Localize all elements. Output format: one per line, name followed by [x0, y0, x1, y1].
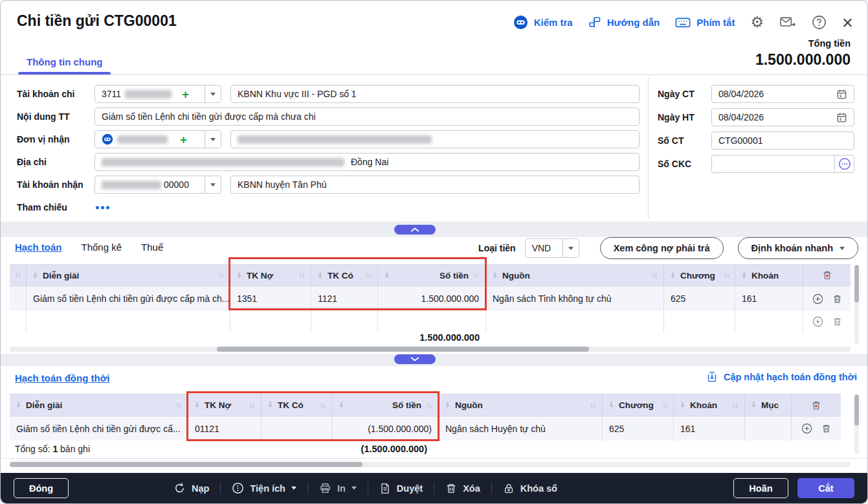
close-icon[interactable]: × — [842, 16, 853, 29]
scrollbar-thumb[interactable] — [854, 395, 859, 426]
simultaneous-row-1[interactable]: Giảm số tiền Lệnh chi tiền gửi được cấ..… — [10, 417, 841, 441]
pin-icon[interactable] — [267, 402, 274, 409]
close-button[interactable]: Đóng — [14, 478, 69, 498]
sort-icon[interactable] — [217, 271, 225, 279]
cell-tk-co[interactable] — [262, 417, 333, 441]
sort-icon[interactable] — [298, 271, 306, 279]
header-chuong[interactable]: Chương — [603, 395, 674, 416]
check-button[interactable]: Kiểm tra — [513, 15, 573, 30]
tham-chieu-ellipsis-button[interactable] — [96, 206, 109, 209]
sort-icon[interactable] — [731, 402, 739, 409]
lock-button[interactable]: Khóa sổ — [503, 483, 557, 494]
ngay-ct-field[interactable]: 08/04/2026 — [711, 85, 854, 103]
tai-khoan-chi-code-field[interactable]: 3711 + — [95, 85, 221, 103]
tab-thong-tin-chung[interactable]: Thông tin chung — [27, 56, 102, 67]
pin-icon[interactable] — [740, 272, 748, 279]
horizontal-scrollbar[interactable] — [10, 347, 851, 352]
pin-icon[interactable] — [491, 272, 498, 279]
reload-button[interactable]: Nạp — [173, 482, 209, 494]
cell-dien-giai[interactable]: Giảm số tiền Lệnh chi tiền gửi được cấp … — [27, 286, 230, 311]
sort-icon[interactable] — [319, 402, 327, 409]
pin-icon[interactable] — [444, 402, 451, 409]
tai-khoan-nhan-name-field[interactable]: KBNN huyện Tân Phú — [230, 176, 640, 194]
calendar-icon[interactable] — [836, 89, 847, 100]
delete-all-icon[interactable] — [811, 400, 821, 411]
shortcut-button[interactable]: Phím tắt — [675, 17, 735, 28]
sort-icon[interactable] — [662, 402, 669, 409]
vertical-scrollbar[interactable] — [854, 265, 859, 344]
pin-icon[interactable] — [669, 272, 676, 279]
sort-icon[interactable] — [651, 271, 658, 279]
header-khoan[interactable]: Khoản — [735, 265, 803, 286]
dia-chi-field[interactable]: Đồng Nai — [95, 153, 640, 171]
pin-icon[interactable] — [383, 272, 390, 279]
don-vi-nhan-code-field[interactable]: + — [95, 130, 221, 148]
pin-icon[interactable] — [679, 402, 686, 409]
tab-thue[interactable]: Thuế — [141, 242, 163, 253]
header-tk-co[interactable]: TK Có — [311, 265, 378, 286]
accounting-row-empty[interactable] — [10, 311, 851, 332]
quick-entry-button[interactable]: Định khoản nhanh — [738, 237, 858, 259]
help-icon[interactable] — [812, 15, 827, 30]
sort-icon[interactable] — [589, 402, 597, 409]
cell-muc[interactable] — [745, 417, 792, 441]
sort-icon[interactable] — [723, 271, 731, 279]
add-row-icon[interactable] — [801, 423, 812, 434]
print-button[interactable]: In — [319, 482, 357, 494]
dropdown-toggle[interactable] — [562, 239, 579, 257]
dropdown-toggle[interactable] — [205, 131, 221, 148]
guide-button[interactable]: Hướng dẫn — [588, 16, 660, 29]
so-ct-field[interactable]: CTG00001 — [711, 132, 854, 150]
tab-hach-toan[interactable]: Hạch toán — [15, 242, 62, 253]
ngay-ht-field[interactable]: 08/04/2026 — [711, 108, 854, 126]
cell-chuong[interactable]: 625 — [603, 417, 674, 441]
vertical-scrollbar[interactable] — [854, 395, 859, 454]
sort-icon[interactable] — [248, 402, 256, 409]
add-row-icon[interactable] — [812, 293, 823, 304]
header-row-index[interactable] — [10, 265, 27, 286]
simultaneous-title-link[interactable]: Hạch toán đồng thời — [15, 372, 109, 384]
collapse-down-button[interactable] — [394, 354, 436, 364]
cell-tk-no[interactable]: 1351 — [230, 286, 311, 311]
header-khoan[interactable]: Khoản — [674, 395, 745, 416]
delete-all-icon[interactable] — [822, 270, 832, 281]
header-tk-no[interactable]: TK Nợ — [230, 265, 311, 286]
sort-icon[interactable] — [14, 271, 22, 279]
cell-so-tien[interactable]: 1.500.000.000 — [378, 286, 486, 311]
approve-button[interactable]: Duyệt — [379, 483, 423, 494]
view-debt-button[interactable]: Xem công nợ phải trả — [600, 237, 724, 259]
scrollbar-thumb[interactable] — [10, 462, 362, 467]
calendar-icon[interactable] — [836, 112, 847, 123]
horizontal-scrollbar[interactable] — [10, 462, 851, 467]
sort-icon[interactable] — [473, 271, 480, 279]
postpone-button[interactable]: Hoãn — [733, 478, 788, 498]
sort-icon[interactable] — [425, 402, 433, 409]
dropdown-toggle[interactable] — [205, 176, 221, 193]
header-nguon[interactable]: Nguồn — [439, 395, 603, 416]
so-ckc-field[interactable] — [711, 155, 854, 173]
add-icon[interactable]: + — [182, 88, 189, 100]
header-muc[interactable]: Mục — [745, 395, 792, 416]
pin-icon[interactable] — [194, 402, 201, 409]
pin-icon[interactable] — [608, 402, 615, 409]
cell-so-tien[interactable]: (1.500.000.000) — [333, 417, 439, 441]
tai-khoan-chi-name-field[interactable]: KBNN Khu vực III - PGD số 1 — [230, 85, 640, 103]
accounting-row-1[interactable]: Giảm số tiền Lệnh chi tiền gửi được cấp … — [10, 286, 851, 311]
pin-icon[interactable] — [317, 272, 324, 279]
don-vi-nhan-name-field[interactable] — [230, 130, 640, 148]
cell-tk-no[interactable]: 01121 — [188, 417, 262, 441]
cell-chuong[interactable]: 625 — [664, 286, 735, 311]
cell-dien-giai[interactable]: Giảm số tiền Lệnh chi tiền gửi được cấ..… — [10, 417, 188, 441]
so-ckc-lookup-button[interactable] — [834, 155, 854, 172]
delete-row-icon[interactable] — [832, 294, 842, 304]
update-simultaneous-link[interactable]: Cập nhật hạch toán đồng thời — [706, 371, 857, 383]
delete-button[interactable]: Xóa — [445, 483, 480, 494]
cell-khoan[interactable]: 161 — [735, 286, 803, 311]
header-dien-giai[interactable]: Diễn giải — [27, 265, 230, 286]
save-button[interactable]: Cắt — [797, 478, 854, 498]
dropdown-toggle[interactable] — [205, 86, 221, 102]
pin-icon[interactable] — [32, 272, 39, 279]
header-nguon[interactable]: Nguồn — [486, 265, 664, 286]
header-tk-co[interactable]: TK Có — [262, 395, 333, 416]
cell-nguon[interactable]: Ngân sách Tỉnh không tự chủ — [486, 286, 664, 311]
